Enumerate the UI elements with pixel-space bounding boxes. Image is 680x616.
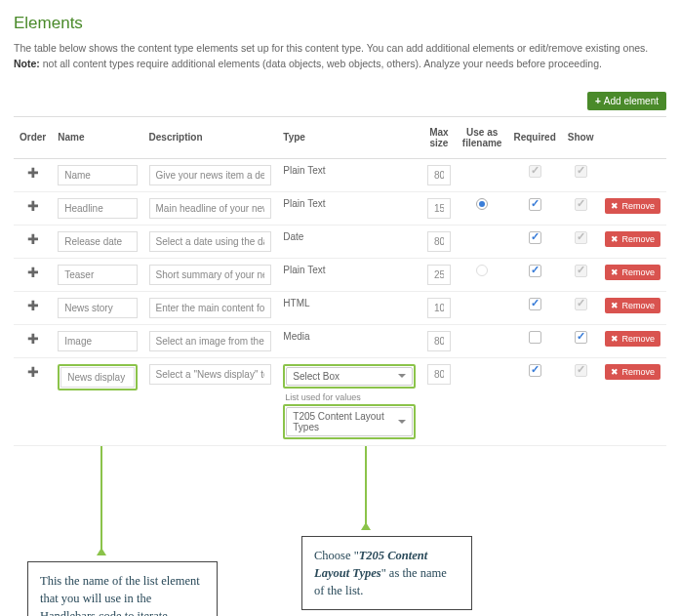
elements-table: Order Name Description Type Max size Use…: [14, 116, 666, 446]
remove-label: Remove: [621, 301, 655, 310]
th-order: Order: [14, 116, 52, 158]
description-input[interactable]: [149, 364, 272, 385]
table-row: ✚Plain Text: [14, 158, 666, 191]
callout-text-a: Choose ": [314, 549, 359, 562]
annotation-arrow: [100, 446, 102, 555]
table-row: ✚Plain Text✖ Remove: [14, 191, 666, 225]
close-icon: ✖: [611, 234, 619, 244]
add-element-button[interactable]: + Add element: [587, 92, 666, 110]
type-select[interactable]: Select Box: [286, 367, 413, 386]
callout-box: Choose "T205 Content Layout Types" as th…: [301, 536, 472, 610]
highlight-box: Select Box: [283, 364, 416, 389]
drag-handle[interactable]: ✚: [14, 258, 52, 291]
show-checkbox: [575, 364, 587, 377]
remove-label: Remove: [621, 334, 655, 344]
list-sub-label: List used for values: [285, 392, 416, 402]
show-checkbox: [575, 231, 587, 244]
drag-handle[interactable]: ✚: [14, 191, 52, 225]
th-name: Name: [52, 116, 142, 158]
th-max: Max size: [421, 116, 457, 158]
type-label: Plain Text: [283, 198, 325, 209]
required-checkbox[interactable]: [529, 364, 541, 377]
name-input[interactable]: [60, 367, 134, 388]
description-input[interactable]: [149, 165, 272, 185]
chevron-down-icon: [398, 420, 406, 424]
arrow-head-icon: [97, 548, 106, 555]
description-input[interactable]: [149, 298, 272, 318]
annotation-arrow: [365, 446, 367, 530]
remove-button[interactable]: ✖ Remove: [605, 364, 660, 380]
required-checkbox: [529, 165, 541, 178]
close-icon: ✖: [611, 267, 619, 277]
filename-radio[interactable]: [476, 198, 488, 210]
max-size-input[interactable]: [427, 231, 451, 252]
max-size-input[interactable]: [427, 331, 451, 351]
arrow-head-icon: [361, 522, 371, 530]
show-checkbox: [575, 198, 587, 211]
drag-handle[interactable]: ✚: [14, 357, 52, 445]
type-select-value: Select Box: [293, 371, 340, 382]
remove-label: Remove: [621, 267, 655, 277]
max-size-input[interactable]: [427, 265, 451, 285]
th-file: Use as filename: [457, 116, 508, 158]
th-desc: Description: [143, 116, 278, 158]
close-icon: ✖: [611, 334, 619, 344]
drag-handle[interactable]: ✚: [14, 158, 52, 191]
name-input[interactable]: [58, 198, 137, 219]
remove-button[interactable]: ✖ Remove: [605, 198, 660, 214]
type-label: Plain Text: [283, 165, 325, 176]
type-label: Media: [283, 331, 309, 342]
close-icon: ✖: [611, 367, 619, 377]
type-label: Plain Text: [283, 265, 325, 275]
drag-handle[interactable]: ✚: [14, 225, 52, 258]
type-label: Date: [283, 231, 303, 242]
chevron-down-icon: [398, 374, 406, 378]
description-input[interactable]: [149, 198, 272, 219]
description-input[interactable]: [149, 331, 272, 351]
required-checkbox[interactable]: [529, 331, 541, 344]
show-checkbox[interactable]: [575, 331, 587, 344]
table-row: ✚Media✖ Remove: [14, 324, 666, 357]
intro-line1: The table below shows the content type e…: [14, 42, 648, 54]
intro-text: The table below shows the content type e…: [14, 41, 666, 72]
max-size-input[interactable]: [427, 198, 451, 219]
th-type: Type: [277, 116, 421, 158]
table-row: ✚Date✖ Remove: [14, 225, 666, 258]
required-checkbox[interactable]: [529, 231, 541, 244]
required-checkbox[interactable]: [529, 265, 541, 277]
remove-button[interactable]: ✖ Remove: [605, 231, 660, 247]
page-title: Elements: [14, 14, 666, 33]
required-checkbox[interactable]: [529, 298, 541, 310]
max-size-input[interactable]: [427, 298, 451, 318]
drag-handle[interactable]: ✚: [14, 324, 52, 357]
name-input[interactable]: [58, 331, 137, 351]
show-checkbox: [575, 298, 587, 310]
remove-label: Remove: [621, 367, 655, 377]
drag-handle[interactable]: ✚: [14, 291, 52, 324]
remove-label: Remove: [621, 234, 655, 244]
description-input[interactable]: [149, 265, 272, 285]
description-input[interactable]: [149, 231, 272, 252]
max-size-input[interactable]: [427, 364, 451, 385]
name-input[interactable]: [58, 265, 137, 285]
close-icon: ✖: [611, 201, 619, 211]
required-checkbox[interactable]: [529, 198, 541, 211]
plus-icon: +: [595, 96, 601, 106]
intro-note-text: not all content types require additional…: [40, 58, 602, 69]
close-icon: ✖: [611, 301, 619, 310]
remove-button[interactable]: ✖ Remove: [605, 298, 660, 313]
remove-button[interactable]: ✖ Remove: [605, 265, 660, 280]
filename-radio[interactable]: [476, 265, 488, 276]
list-select-value: T205 Content Layout Types: [293, 411, 398, 432]
remove-button[interactable]: ✖ Remove: [605, 331, 660, 347]
name-input[interactable]: [58, 298, 137, 318]
max-size-input[interactable]: [427, 165, 451, 185]
highlight-box: T205 Content Layout Types: [283, 404, 416, 439]
type-label: HTML: [283, 298, 309, 308]
callout-text: This the name of the list element that y…: [40, 574, 200, 617]
table-row: ✚Select BoxList used for valuesT205 Cont…: [14, 357, 666, 445]
name-input[interactable]: [58, 231, 137, 252]
name-input[interactable]: [58, 165, 137, 185]
show-checkbox: [575, 165, 587, 178]
list-select[interactable]: T205 Content Layout Types: [286, 407, 413, 436]
